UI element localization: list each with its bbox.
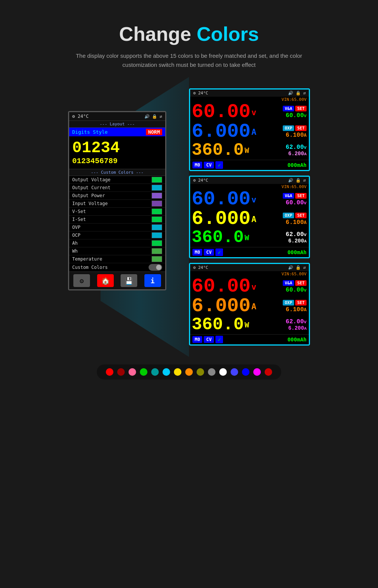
toggle-knob xyxy=(156,265,161,270)
mode-badges: M0 CV ✓ xyxy=(192,336,223,343)
color-row-item[interactable]: Ah xyxy=(69,239,165,247)
display-cards-container: ⚙ 24°C 🔊🔒⇄ VIN:65.00V 60.00 v V&A SET 60… xyxy=(189,88,310,346)
vset-value: 60.00v xyxy=(286,199,307,206)
vset-value: 60.00v xyxy=(286,287,307,293)
check-badge: ✓ xyxy=(215,336,223,343)
color-row-item[interactable]: Input Voltage xyxy=(69,200,165,208)
preview-big-number: 01234 xyxy=(72,140,162,156)
power-value: 360.0 xyxy=(192,142,244,159)
info-button[interactable]: i xyxy=(144,274,161,287)
color-row-item[interactable]: Output Current xyxy=(69,184,165,192)
device-bottom-bar: ⚙ 🏠 💾 i xyxy=(69,272,165,289)
color-swatch[interactable] xyxy=(152,177,162,183)
custom-colors-header: --- Custom Colors --- xyxy=(69,169,165,176)
power-value: 360.0 xyxy=(192,229,244,246)
current-unit: A xyxy=(251,127,256,137)
color-dot-11[interactable] xyxy=(219,368,227,376)
color-row-item[interactable]: I-Set xyxy=(69,216,165,224)
oxp-set-info: OXP SET 6.100A xyxy=(283,300,307,313)
color-dot-8[interactable] xyxy=(185,368,193,376)
color-row-label: V-Set xyxy=(72,209,86,214)
color-dot-7[interactable] xyxy=(174,368,181,376)
set-badge: SET xyxy=(295,193,307,199)
color-palette xyxy=(97,364,281,380)
color-swatch[interactable] xyxy=(152,208,162,215)
title-part1: Change xyxy=(119,23,197,45)
color-dot-5[interactable] xyxy=(151,368,159,376)
color-dot-2[interactable] xyxy=(117,368,125,376)
digits-style-row[interactable]: Digits Style NORM xyxy=(69,128,165,136)
oxp-badge: OXP xyxy=(283,213,294,218)
save-button[interactable]: 💾 xyxy=(121,274,137,287)
iset-value: 6.100A xyxy=(286,306,307,313)
m0-badge: M0 xyxy=(192,162,202,168)
color-swatch[interactable] xyxy=(152,185,162,191)
mode-badges: M0 CV ✓ xyxy=(192,161,223,169)
mah-value: 000mAh xyxy=(287,249,307,255)
set-badge: SET xyxy=(295,280,307,286)
va-set-info: V&A SET 60.00v xyxy=(283,106,307,119)
voltage-value: 60.00 xyxy=(192,277,251,296)
color-row-item[interactable]: Temperature xyxy=(69,255,165,263)
color-dot-6[interactable] xyxy=(163,368,170,376)
color-swatch[interactable] xyxy=(152,240,162,246)
home-button[interactable]: 🏠 xyxy=(97,274,114,287)
color-swatch[interactable] xyxy=(152,216,162,222)
color-row-label: Temperature xyxy=(72,256,102,262)
color-dot-14[interactable] xyxy=(253,368,261,376)
custom-colors-toggle-row: Custom Colors xyxy=(69,263,165,272)
vin-display: VIN:65.00V xyxy=(282,272,307,276)
card-top-bar: ⚙ 24°C 🔊🔒⇄ xyxy=(190,177,309,184)
current-value: 6.000 xyxy=(192,122,251,142)
temp-display: ⚙ 24°C xyxy=(72,114,88,119)
color-row-item[interactable]: OVP xyxy=(69,224,165,231)
card-temp: ⚙ 24°C xyxy=(193,91,208,96)
top-icons: 🔊 🔒 ⇄ xyxy=(144,114,162,119)
color-swatch[interactable] xyxy=(152,201,162,207)
usb-icon: ⇄ xyxy=(160,114,162,119)
color-row-item[interactable]: Output Voltage xyxy=(69,176,165,184)
oxp-readings: 62.00v 6.200A xyxy=(286,231,307,244)
card-top-icons: 🔊🔒⇄ xyxy=(288,178,306,183)
color-swatch[interactable] xyxy=(152,224,162,230)
color-dot-13[interactable] xyxy=(242,368,249,376)
color-rows-container: Output VoltageOutput CurrentOutput Power… xyxy=(69,176,165,263)
color-dot-1[interactable] xyxy=(106,368,113,376)
color-dot-4[interactable] xyxy=(140,368,147,376)
color-swatch[interactable] xyxy=(152,256,162,262)
current-value: 6.000 xyxy=(192,296,251,316)
color-dot-9[interactable] xyxy=(197,368,204,376)
color-row-item[interactable]: Wh xyxy=(69,247,165,255)
color-row-item[interactable]: V-Set xyxy=(69,208,165,216)
layout-section-header: --- Layout --- xyxy=(69,120,165,128)
vset-value: 60.00v xyxy=(286,112,307,119)
cv-badge: CV xyxy=(204,249,214,256)
cv-badge: CV xyxy=(204,162,214,168)
check-badge: ✓ xyxy=(215,248,223,256)
speaker-icon: 🔊 xyxy=(144,114,150,119)
color-row-item[interactable]: Output Power xyxy=(69,192,165,200)
color-dot-12[interactable] xyxy=(231,368,238,376)
settings-button[interactable]: ⚙ xyxy=(73,274,90,287)
oxp-readings: 62.00v 6.200A xyxy=(286,318,307,331)
color-dot-15[interactable] xyxy=(265,368,272,376)
custom-colors-toggle[interactable] xyxy=(149,264,162,271)
color-dot-10[interactable] xyxy=(208,368,215,376)
color-swatch[interactable] xyxy=(152,248,162,254)
color-row-label: OVP xyxy=(72,225,81,230)
set-badge: SET xyxy=(295,106,307,111)
digits-preview: 01234 0123456789 xyxy=(69,136,165,169)
m0-badge: M0 xyxy=(192,336,202,343)
vin-display: VIN:65.00V xyxy=(282,184,307,189)
color-row-item[interactable]: OCP xyxy=(69,231,165,239)
digits-style-value: NORM xyxy=(146,129,162,135)
display-card-2: ⚙ 24°C 🔊🔒⇄ VIN:65.00V 60.00 v V&A SET 60… xyxy=(189,176,310,258)
check-badge: ✓ xyxy=(215,161,223,169)
oxp-readings: 62.00v 6.200A xyxy=(286,144,307,157)
oxp-badge: OXP xyxy=(283,125,294,131)
color-dot-3[interactable] xyxy=(129,368,136,376)
color-row-label: Input Voltage xyxy=(72,201,108,206)
color-swatch[interactable] xyxy=(152,232,162,238)
card-bottom-row: M0 CV ✓ 000mAh xyxy=(190,247,309,257)
color-swatch[interactable] xyxy=(152,193,162,199)
